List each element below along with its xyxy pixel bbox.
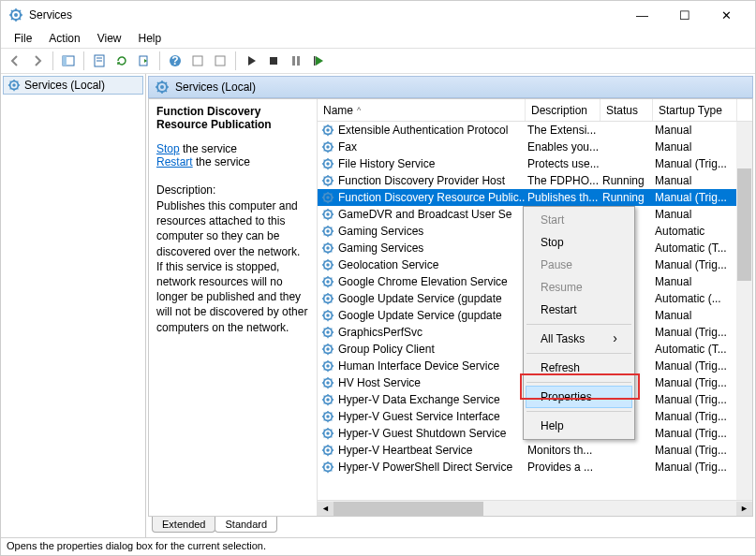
service-startup-type: Automatic <box>653 225 737 238</box>
description-label: Description: <box>156 183 309 197</box>
unknown-icon[interactable] <box>187 51 208 71</box>
refresh-button[interactable] <box>111 51 132 71</box>
service-row[interactable]: Hyper-V PowerShell Direct ServiceProvide… <box>318 459 752 476</box>
service-row[interactable]: File History ServiceProtects use...Manua… <box>318 155 752 172</box>
service-startup-type: Manual (Trig... <box>653 157 737 170</box>
ctx-help[interactable]: Help <box>526 415 632 437</box>
scroll-left-icon[interactable]: ◄ <box>318 502 334 516</box>
nav-services-local[interactable]: Services (Local) <box>3 76 143 95</box>
service-startup-type: Automatic (T... <box>653 241 737 255</box>
ctx-all-tasks[interactable]: All Tasks <box>526 328 632 350</box>
service-startup-type: Manual (Trig... <box>653 461 737 474</box>
stop-link[interactable]: Stop <box>156 142 180 155</box>
service-name: Gaming Services <box>338 241 423 255</box>
service-startup-type: Manual (Trig... <box>653 444 737 457</box>
service-name: Geolocation Service <box>338 258 438 271</box>
service-startup-type: Manual <box>653 124 737 137</box>
service-description: Publishes th... <box>526 191 600 204</box>
description-body: Publishes this computer and resources at… <box>156 198 309 335</box>
ctx-restart[interactable]: Restart <box>526 299 632 321</box>
view-tabs: Extended Standard <box>148 517 753 537</box>
vertical-scrollbar[interactable] <box>736 122 752 500</box>
service-name: HV Host Service <box>338 376 421 389</box>
col-description[interactable]: Description <box>526 99 600 121</box>
menu-view[interactable]: View <box>90 30 129 47</box>
help-button[interactable]: ? <box>165 51 185 71</box>
app-icon <box>8 7 23 22</box>
svg-rect-13 <box>292 56 295 66</box>
service-name: Function Discovery Resource Public... <box>338 191 526 204</box>
service-startup-type: Manual (Trig... <box>653 393 737 406</box>
gear-icon <box>321 309 334 322</box>
properties-button[interactable] <box>89 51 110 71</box>
gear-icon <box>321 275 334 288</box>
menubar: File Action View Help <box>1 29 755 48</box>
ctx-refresh[interactable]: Refresh <box>526 357 632 379</box>
service-row[interactable]: Extensible Authentication ProtocolThe Ex… <box>318 122 752 139</box>
scroll-right-icon[interactable]: ► <box>736 502 752 516</box>
gear-icon <box>321 444 334 457</box>
show-hide-tree-button[interactable] <box>58 51 79 71</box>
gear-icon <box>321 225 334 238</box>
scrollbar-thumb[interactable] <box>737 168 751 281</box>
service-name: Human Interface Device Service <box>338 359 499 373</box>
service-row[interactable]: Function Discovery Resource Public...Pub… <box>318 189 752 206</box>
service-startup-type: Manual <box>653 275 737 288</box>
service-name: Gaming Services <box>338 225 423 238</box>
svg-rect-10 <box>193 56 202 66</box>
menu-help[interactable]: Help <box>131 30 170 47</box>
service-name: Function Discovery Provider Host <box>338 174 505 187</box>
gear-icon <box>321 376 334 389</box>
toolbar: ? <box>1 48 755 74</box>
minimize-button[interactable]: — <box>621 2 663 28</box>
service-row[interactable]: Hyper-V Heartbeat ServiceMonitors th...M… <box>318 442 752 459</box>
horizontal-scrollbar[interactable]: ◄ ► <box>318 500 752 516</box>
ctx-properties[interactable]: Properties <box>526 386 632 408</box>
service-startup-type: Manual (Trig... <box>653 326 737 339</box>
close-button[interactable]: ✕ <box>705 2 748 28</box>
sort-asc-icon: ^ <box>357 106 361 115</box>
maximize-button[interactable]: ☐ <box>663 2 705 28</box>
gear-icon <box>321 410 334 423</box>
gear-icon <box>321 157 334 170</box>
col-status[interactable]: Status <box>600 99 653 121</box>
ctx-start: Start <box>526 209 632 231</box>
svg-rect-15 <box>314 56 316 66</box>
service-row[interactable]: Function Discovery Provider HostThe FDPH… <box>318 172 752 189</box>
export-button[interactable] <box>134 51 155 71</box>
ctx-separator <box>526 382 631 383</box>
menu-action[interactable]: Action <box>41 30 87 47</box>
gear-icon <box>321 292 334 305</box>
service-startup-type: Manual (Trig... <box>653 410 737 423</box>
col-name[interactable]: Name^ <box>318 99 526 121</box>
tab-extended[interactable]: Extended <box>152 517 215 533</box>
back-button[interactable] <box>5 51 25 71</box>
gear-icon <box>321 140 334 154</box>
unknown-icon-2[interactable] <box>210 51 230 71</box>
svg-text:?: ? <box>171 54 178 67</box>
service-name: GameDVR and Broadcast User Se <box>338 208 511 221</box>
gear-icon <box>321 174 334 187</box>
gear-icon <box>321 208 334 221</box>
scrollbar-thumb[interactable] <box>334 502 483 516</box>
gear-icon <box>321 461 334 474</box>
detail-title: Function Discovery Resource Publication <box>156 105 309 131</box>
pause-icon[interactable] <box>286 51 306 71</box>
restart-icon[interactable] <box>308 51 329 71</box>
service-name: Extensible Authentication Protocol <box>338 124 508 137</box>
col-startup-type[interactable]: Startup Type <box>653 99 737 121</box>
ctx-separator <box>526 324 631 325</box>
gear-icon <box>321 191 334 204</box>
tab-standard[interactable]: Standard <box>215 517 277 533</box>
gear-icon <box>7 79 21 92</box>
stop-icon[interactable] <box>263 51 284 71</box>
menu-file[interactable]: File <box>7 30 39 47</box>
service-startup-type: Manual (Trig... <box>653 376 737 389</box>
forward-button[interactable] <box>27 51 48 71</box>
restart-link[interactable]: Restart <box>156 155 193 168</box>
gear-icon <box>321 326 334 339</box>
play-icon[interactable] <box>241 51 261 71</box>
service-row[interactable]: FaxEnables you...Manual <box>318 139 752 155</box>
ctx-stop[interactable]: Stop <box>526 231 632 254</box>
context-menu: Start Stop Pause Resume Restart All Task… <box>523 206 635 440</box>
